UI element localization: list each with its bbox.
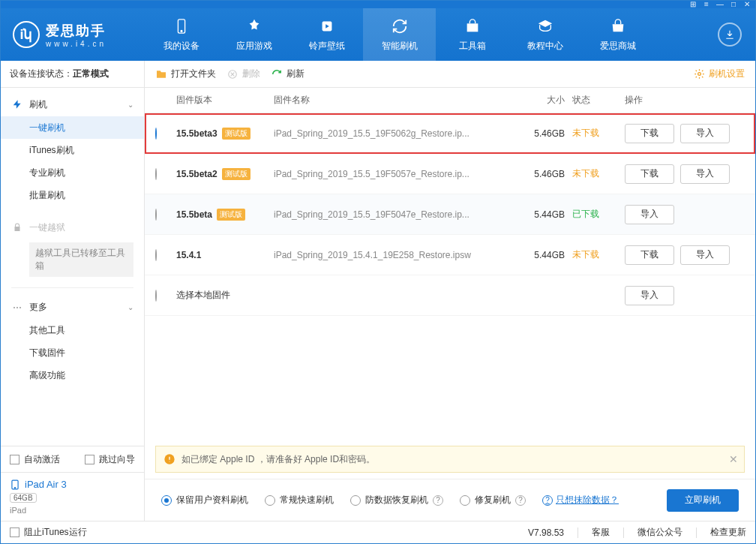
option-radio[interactable] xyxy=(460,495,470,506)
flash-option-2[interactable]: 防数据恢复刷机? xyxy=(350,494,443,506)
nav-store[interactable]: 爱思商城 xyxy=(581,8,654,61)
local-firmware-row[interactable]: 选择本地固件导入 xyxy=(145,275,755,316)
firmware-name: iPad_Spring_2019_15.5_19F5062g_Restore.i… xyxy=(274,128,512,139)
firmware-radio[interactable] xyxy=(155,128,157,140)
menu-icon[interactable]: ≡ xyxy=(703,1,710,8)
help-icon[interactable]: ? xyxy=(433,495,443,506)
tip-text: 如已绑定 Apple ID ，请准备好 Apple ID和密码。 xyxy=(182,453,375,466)
delete-button[interactable]: 删除 xyxy=(226,68,260,80)
device-capacity: 64GB xyxy=(10,493,37,503)
import-button[interactable]: 导入 xyxy=(680,124,730,143)
chevron-down-icon: ⌄ xyxy=(128,101,134,109)
help-icon[interactable]: ? xyxy=(515,495,526,506)
sidebar-item-flash-3[interactable]: 批量刷机 xyxy=(1,184,144,206)
import-button[interactable]: 导入 xyxy=(625,205,674,224)
firmware-version: 15.5beta3测试版 xyxy=(176,128,274,140)
wechat-link[interactable]: 微信公众号 xyxy=(638,526,682,539)
tip-close-icon[interactable]: ✕ xyxy=(729,453,738,465)
delete-icon xyxy=(226,68,238,80)
table-header: 固件版本 固件名称 大小 状态 操作 xyxy=(145,88,755,113)
firmware-version: 15.5beta测试版 xyxy=(176,209,274,221)
sidebar-item-more-1[interactable]: 下载固件 xyxy=(1,342,144,365)
nav-ringtones[interactable]: 铃声壁纸 xyxy=(290,8,363,61)
device-type: iPad xyxy=(10,506,135,515)
option-radio[interactable] xyxy=(350,495,361,506)
nav-tools[interactable]: 工具箱 xyxy=(436,8,508,61)
firmware-name: iPad_Spring_2019_15.4.1_19E258_Restore.i… xyxy=(274,250,512,260)
auto-activate-label: 自动激活 xyxy=(24,453,60,466)
toolbar: 打开文件夹 删除 刷新 刷机设置 xyxy=(145,61,755,88)
download-button[interactable]: 下载 xyxy=(625,124,674,143)
sidebar-item-more-0[interactable]: 其他工具 xyxy=(1,320,144,342)
block-itunes-checkbox[interactable] xyxy=(10,527,20,537)
erase-data-link[interactable]: ? 只想抹除数据？ xyxy=(542,494,619,506)
sidebar-item-flash-1[interactable]: iTunes刷机 xyxy=(1,139,144,161)
main-content: 打开文件夹 删除 刷新 刷机设置 固件版本 固件名称 大小 状态 操作 15.5… xyxy=(145,61,755,521)
flash-now-button[interactable]: 立即刷机 xyxy=(667,489,739,512)
svg-point-6 xyxy=(698,73,700,76)
sidebar-head-flash[interactable]: 刷机 ⌄ xyxy=(1,92,144,116)
import-button[interactable]: 导入 xyxy=(625,286,674,305)
tutorials-icon xyxy=(536,17,554,35)
main-nav: 我的设备应用游戏铃声壁纸智能刷机工具箱教程中心爱思商城 xyxy=(145,8,755,61)
tools-icon xyxy=(464,17,482,35)
warning-icon xyxy=(164,453,176,465)
skip-guide-checkbox[interactable] xyxy=(85,455,94,464)
col-status: 状态 xyxy=(572,94,625,107)
nav-apps[interactable]: 应用游戏 xyxy=(218,8,290,61)
ringtones-icon xyxy=(318,17,336,35)
chevron-down-icon: ⌄ xyxy=(128,303,134,311)
firmware-radio[interactable] xyxy=(155,249,157,261)
sidebar-item-flash-2[interactable]: 专业刷机 xyxy=(1,161,144,184)
sidebar-head-more[interactable]: ⋯ 更多 ⌄ xyxy=(1,296,144,320)
sidebar-jailbreak-title: 一键越狱 xyxy=(29,221,65,234)
flash-option-1[interactable]: 常规快速刷机 xyxy=(265,494,334,506)
auto-activate-row: 自动激活 跳过向导 xyxy=(1,446,144,472)
option-radio[interactable] xyxy=(265,495,275,506)
nav-flash[interactable]: 智能刷机 xyxy=(363,8,436,61)
option-radio[interactable] xyxy=(161,495,172,506)
refresh-button[interactable]: 刷新 xyxy=(271,68,304,80)
block-itunes-label: 阻止iTunes运行 xyxy=(24,526,87,539)
maximize-icon[interactable]: □ xyxy=(730,1,737,8)
download-button[interactable]: 下载 xyxy=(625,245,674,265)
device-icon xyxy=(172,17,190,35)
firmware-radio[interactable] xyxy=(155,290,157,302)
firmware-name: iPad_Spring_2019_15.5_19F5057e_Restore.i… xyxy=(274,169,512,179)
download-indicator-icon[interactable] xyxy=(718,23,742,47)
check-update-link[interactable]: 检查更新 xyxy=(710,526,746,539)
nav-tutorials[interactable]: 教程中心 xyxy=(508,8,581,61)
firmware-name: iPad_Spring_2019_15.5_19F5047e_Restore.i… xyxy=(274,209,512,220)
flash-option-3[interactable]: 修复刷机? xyxy=(460,494,526,506)
open-folder-button[interactable]: 打开文件夹 xyxy=(155,68,216,80)
jailbreak-note: 越狱工具已转移至工具箱 xyxy=(29,242,134,277)
import-button[interactable]: 导入 xyxy=(680,245,730,265)
flash-options: 保留用户资料刷机常规快速刷机防数据恢复刷机?修复刷机? ? 只想抹除数据？ 立即… xyxy=(145,479,755,521)
minimize-icon[interactable]: — xyxy=(716,1,724,8)
help-icon: ? xyxy=(542,495,553,506)
flash-settings-button[interactable]: 刷机设置 xyxy=(693,68,745,80)
flash-icon xyxy=(391,17,409,35)
footer: 阻止iTunes运行 V7.98.53 客服 微信公众号 检查更新 xyxy=(1,521,755,543)
sidebar-item-flash-0[interactable]: 一键刷机 xyxy=(1,116,144,139)
download-button[interactable]: 下载 xyxy=(625,164,674,184)
sidebar-head-jailbreak[interactable]: 一键越狱 xyxy=(1,215,144,239)
sidebar-item-more-2[interactable]: 高级功能 xyxy=(1,365,144,387)
col-version: 固件版本 xyxy=(176,94,274,107)
auto-activate-checkbox[interactable] xyxy=(10,455,20,464)
grid-icon[interactable]: ⊞ xyxy=(689,1,697,8)
firmware-row[interactable]: 15.5beta3测试版iPad_Spring_2019_15.5_19F506… xyxy=(145,113,755,154)
nav-device[interactable]: 我的设备 xyxy=(145,8,218,61)
skip-guide-label: 跳过向导 xyxy=(99,453,135,466)
firmware-row[interactable]: 15.5beta测试版iPad_Spring_2019_15.5_19F5047… xyxy=(145,194,755,235)
close-icon[interactable]: ✕ xyxy=(743,1,751,8)
firmware-radio[interactable] xyxy=(155,168,157,180)
import-button[interactable]: 导入 xyxy=(680,164,730,184)
firmware-row[interactable]: 15.5beta2测试版iPad_Spring_2019_15.5_19F505… xyxy=(145,154,755,194)
support-link[interactable]: 客服 xyxy=(592,526,610,539)
flash-option-0[interactable]: 保留用户资料刷机 xyxy=(161,494,248,506)
firmware-radio[interactable] xyxy=(155,209,157,221)
device-info[interactable]: iPad Air 3 64GB iPad xyxy=(1,472,144,521)
firmware-row[interactable]: 15.4.1iPad_Spring_2019_15.4.1_19E258_Res… xyxy=(145,235,755,275)
app-name: 爱思助手 xyxy=(46,22,106,40)
